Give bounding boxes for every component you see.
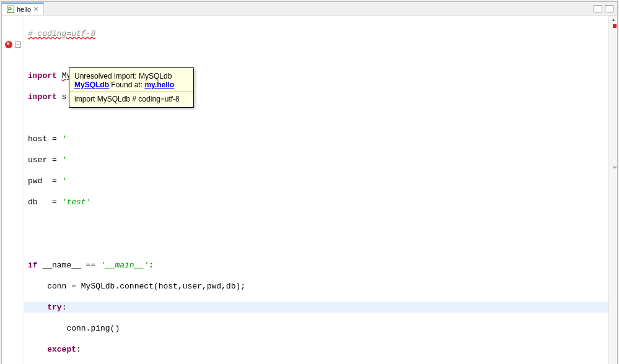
ruler-marker[interactable] <box>613 167 617 168</box>
close-icon[interactable]: ✕ <box>33 6 38 12</box>
tooltip-link-myhello[interactable]: my.hello <box>144 80 174 89</box>
overview-ruler[interactable]: ▴ ▾ <box>608 15 617 364</box>
code-line: # coding=utf-8 <box>28 29 95 38</box>
editor-tab-bar: P hello ✕ <box>2 2 617 15</box>
tab-title: hello <box>17 6 31 13</box>
tab-hello[interactable]: P hello ✕ <box>2 2 44 15</box>
tooltip-link-mysqldb[interactable]: MySQLdb <box>74 80 109 89</box>
tooltip-snippet: import MySQLdb # coding=utf-8 <box>74 95 188 103</box>
python-file-icon: P <box>7 6 14 13</box>
editor-pane: P hello ✕ − <box>1 1 618 364</box>
minimize-button[interactable] <box>594 5 602 12</box>
error-icon[interactable] <box>5 41 12 48</box>
error-marker[interactable] <box>613 24 617 28</box>
tooltip-message: Unresolved import: MySQLdb <box>74 72 188 80</box>
gutter: − <box>2 15 24 364</box>
scroll-up-icon[interactable]: ▴ <box>610 17 617 23</box>
fold-minus-icon[interactable]: − <box>15 41 21 48</box>
maximize-button[interactable] <box>605 5 613 12</box>
editor-body[interactable]: − <box>2 15 617 364</box>
hover-tooltip: Unresolved import: MySQLdb MySQLdb Found… <box>69 67 194 108</box>
